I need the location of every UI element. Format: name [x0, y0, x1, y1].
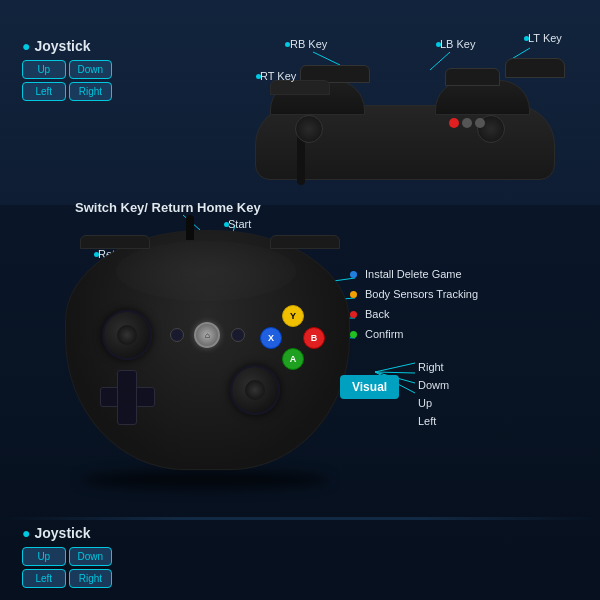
switch-key-label: Switch Key/ Return Home Key: [75, 200, 261, 215]
dir-right: Right: [418, 358, 449, 376]
dir-up: Up: [418, 394, 449, 412]
bottom-key-right[interactable]: Right: [69, 569, 113, 588]
controller-front-view: ⌂ Y B A X: [50, 215, 370, 495]
lt-dot: [524, 36, 529, 41]
rb-key-label: RB Key: [290, 38, 327, 50]
return-button[interactable]: [170, 328, 184, 342]
dir-left: Left: [418, 412, 449, 430]
x-button[interactable]: X: [260, 327, 282, 349]
confirm-label: Confirm: [365, 328, 404, 340]
dir-down: Dowm: [418, 376, 449, 394]
bottom-joystick-label: Joystick: [34, 525, 90, 541]
top-key-down[interactable]: Down: [69, 60, 113, 79]
install-dot: [350, 271, 357, 278]
back-dot: [350, 311, 357, 318]
top-key-up[interactable]: Up: [22, 60, 66, 79]
bottom-key-left[interactable]: Left: [22, 569, 66, 588]
front-right-bumper: [270, 235, 340, 249]
platform-surface: [0, 517, 600, 520]
start-button[interactable]: [231, 328, 245, 342]
dpad: [100, 370, 155, 425]
controller-cable: [186, 215, 194, 240]
left-joystick: [102, 310, 152, 360]
confirm-dot: [350, 331, 357, 338]
top-joystick-label: Joystick: [34, 38, 90, 54]
annotations-right: Install Delete Game Body Sensors Trackin…: [350, 268, 478, 340]
home-button[interactable]: ⌂: [194, 322, 220, 348]
install-delete-label: Install Delete Game: [365, 268, 462, 280]
front-left-bumper: [80, 235, 150, 249]
body-sensors-label: Body Sensors Tracking: [365, 288, 478, 300]
rt-key-label: RT Key: [260, 70, 296, 82]
body-dot: [350, 291, 357, 298]
rt-dot: [256, 74, 261, 79]
right-joystick: [230, 365, 280, 415]
lb-key-label: LB Key: [440, 38, 475, 50]
center-controls: ⌂: [165, 315, 250, 355]
visual-box[interactable]: Visual: [340, 375, 399, 399]
direction-labels: Right Dowm Up Left: [418, 358, 449, 430]
back-label: Back: [365, 308, 389, 320]
top-key-right[interactable]: Right: [69, 82, 113, 101]
lt-key-label: LT Key: [528, 32, 562, 44]
bottom-joystick-section: ● Joystick Up Down Left Right: [22, 525, 112, 588]
a-button[interactable]: A: [282, 348, 304, 370]
top-joystick-section: ● Joystick Up Down Left Right: [22, 38, 112, 101]
abxy-cluster: Y B A X: [260, 305, 325, 370]
b-button[interactable]: B: [303, 327, 325, 349]
bottom-key-up[interactable]: Up: [22, 547, 66, 566]
bottom-key-down[interactable]: Down: [69, 547, 113, 566]
rb-dot: [285, 42, 290, 47]
y-button[interactable]: Y: [282, 305, 304, 327]
top-key-left[interactable]: Left: [22, 82, 66, 101]
lb-dot: [436, 42, 441, 47]
